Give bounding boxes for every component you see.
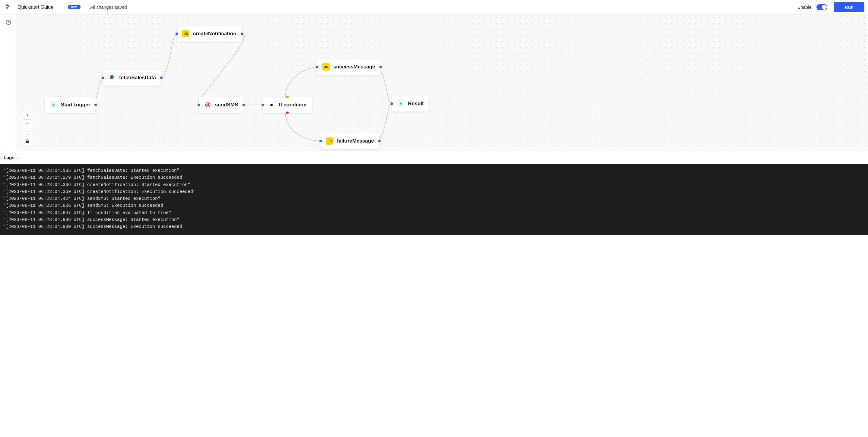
port-in[interactable] — [319, 140, 322, 142]
port-in[interactable] — [316, 66, 318, 68]
node-failure-message[interactable]: JS failureMessage — [320, 133, 379, 149]
log-line: "[2023-08-11 06:23:04.369 UTC] createNot… — [3, 188, 865, 195]
node-label: Start trigger — [61, 102, 90, 108]
port-out[interactable] — [379, 66, 382, 68]
js-icon: JS — [182, 30, 189, 37]
log-line: "[2023-08-11 06:23:04.366 UTC] createNot… — [3, 181, 865, 188]
node-success-message[interactable]: JS successMessage — [317, 59, 381, 75]
node-start-trigger[interactable]: Start trigger — [44, 97, 96, 113]
beta-badge: Beta — [68, 5, 81, 9]
svg-point-3 — [206, 103, 210, 107]
lock-button[interactable] — [23, 137, 32, 146]
branch-icon — [268, 101, 275, 108]
enable-toggle[interactable] — [816, 4, 827, 10]
lightning-icon — [397, 100, 404, 107]
postgres-icon — [108, 74, 116, 81]
log-line: "[2023-08-11 06:23:04.939 UTC] successMe… — [3, 223, 865, 230]
sidebar — [0, 14, 17, 151]
rocket-icon — [4, 4, 10, 10]
zoom-controls: + − — [23, 111, 32, 146]
node-label: createNotification — [193, 31, 237, 37]
js-icon: JS — [326, 137, 333, 145]
port-in[interactable] — [261, 104, 264, 106]
page-title: Quickstart Guide — [18, 4, 53, 10]
canvas[interactable]: Start trigger fetchSalesData JS createNo… — [17, 14, 868, 151]
svg-point-5 — [208, 104, 209, 105]
svg-point-6 — [207, 105, 208, 106]
log-line: "[2023-08-11 06:23:04.826 UTC] sendSMS: … — [3, 202, 865, 209]
logs-body[interactable]: "[2023-08-11 06:23:04.135 UTC] fetchSale… — [0, 164, 868, 235]
js-icon: JS — [322, 63, 330, 70]
fit-view-button[interactable] — [23, 128, 32, 137]
lightning-icon — [50, 101, 57, 108]
port-out[interactable] — [241, 33, 243, 35]
port-in[interactable] — [391, 102, 393, 105]
svg-point-7 — [208, 105, 209, 106]
logs-header[interactable]: Logs ⌄ — [0, 151, 868, 164]
node-result[interactable]: Result — [392, 96, 429, 111]
port-out[interactable] — [243, 104, 245, 106]
logs-panel: Logs ⌄ "[2023-08-11 06:23:04.135 UTC] fe… — [0, 151, 868, 235]
header: Quickstart Guide Beta All changes saved … — [0, 0, 868, 14]
run-button[interactable]: Run — [834, 2, 864, 12]
port-in[interactable] — [197, 104, 200, 106]
log-line: "[2023-08-11 06:23:04.279 UTC] fetchSale… — [3, 174, 865, 181]
node-label: fetchSalesData — [119, 75, 156, 81]
logs-title: Logs — [4, 155, 14, 160]
workspace: Start trigger fetchSalesData JS createNo… — [0, 14, 868, 151]
port-true[interactable] — [286, 96, 289, 98]
twilio-icon — [204, 101, 211, 108]
zoom-out-button[interactable]: − — [23, 119, 32, 128]
node-label: sendSMS — [215, 102, 238, 108]
node-label: Result — [408, 101, 424, 107]
log-line: "[2023-08-11 06:23:04.847 UTC] If condit… — [3, 209, 865, 216]
svg-point-4 — [207, 104, 208, 105]
svg-point-1 — [111, 76, 111, 77]
svg-point-0 — [7, 6, 8, 7]
node-send-sms[interactable]: sendSMS — [199, 97, 244, 113]
port-in[interactable] — [102, 76, 104, 79]
chevron-down-icon: ⌄ — [16, 155, 19, 160]
node-label: If condition — [279, 102, 307, 108]
port-in[interactable] — [176, 33, 178, 35]
node-create-notification[interactable]: JS createNotification — [177, 26, 242, 42]
port-out[interactable] — [160, 76, 162, 79]
svg-point-2 — [113, 76, 113, 77]
port-false[interactable] — [286, 111, 289, 114]
port-out[interactable] — [94, 104, 97, 106]
node-label: failureMessage — [337, 138, 374, 144]
log-line: "[2023-08-11 06:23:04.936 UTC] successMe… — [3, 216, 865, 223]
node-label: successMessage — [333, 64, 375, 70]
log-line: "[2023-08-11 06:23:04.135 UTC] fetchSale… — [3, 167, 865, 174]
node-if-condition[interactable]: If condition — [263, 97, 312, 113]
port-out[interactable] — [378, 140, 381, 142]
history-icon[interactable] — [5, 19, 11, 27]
log-line: "[2023-08-11 06:23:04.424 UTC] sendSMS: … — [3, 195, 865, 202]
zoom-in-button[interactable]: + — [23, 111, 32, 120]
node-fetch-sales-data[interactable]: fetchSalesData — [103, 70, 161, 86]
save-status: All changes saved — [90, 4, 127, 10]
enable-label: Enable — [798, 4, 812, 10]
